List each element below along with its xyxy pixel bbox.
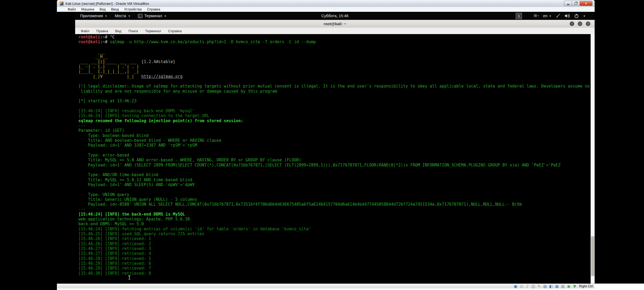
network-icon[interactable]: ◫ [531,284,536,288]
minimize-icon [567,4,569,5]
terminal-minimize-button[interactable]: − [570,21,574,26]
host-taskbar-edge [57,288,644,290]
panel-right-items: 1 en ▼ [516,12,586,20]
panel-item-терминал[interactable]: ›_Терминал▼ [136,12,169,20]
terminal-line: [15:46:26] [INFO] retrieved: 2 [78,241,590,246]
guest-screen: Приложения▼Места▼›_Терминал▼ Суббота, 15… [75,12,595,284]
terminal-line [78,79,590,84]
terminal-menubar: ФайлПравкаВидПоискТерминалСправка [75,28,595,34]
keyboard-layout-indicator[interactable]: en ▼ [543,14,551,18]
scrollbar-thumb[interactable] [591,236,594,276]
terminal-line: ___ ___[)]_____ ___ ___ {1.2.4#stable} [78,59,590,64]
terminal-line [78,168,590,172]
terminal-line [78,94,590,99]
kali-top-panel: Приложения▼Места▼›_Терминал▼ Суббота, 15… [75,12,595,20]
panel-item-места[interactable]: Места▼ [112,12,133,20]
terminal-line: __H__ [78,54,590,59]
vbox-menu-item-0[interactable]: Файл [65,8,79,11]
vbox-menu-item-4[interactable]: Устройства [122,8,144,11]
close-button[interactable]: x [580,1,592,6]
chevron-down-icon: ▼ [164,15,167,17]
vbox-menu-item-3[interactable]: Ввод [108,8,122,11]
terminal-line: Title: Generic UNION query (NULL) - 5 co… [78,197,590,202]
terminal-titlebar[interactable]: root@kali: ~ − □ × [75,20,595,28]
terminal-line: Title: MySQL >= 5.0.12 AND time-based bl… [78,177,590,182]
terminal-menu-item-4[interactable]: Терминал [141,29,164,33]
shared-folders-icon[interactable]: ▤ [543,284,547,288]
panel-item-приложения[interactable]: Приложения▼ [78,12,110,20]
terminal-line: Payload: id=1' AND (SELECT 2899 FROM(SEL… [78,163,590,168]
terminal-line: Type: AND/OR time-based blind [78,172,590,177]
video-capture-icon[interactable]: ▦ [555,284,559,288]
volume-icon[interactable] [565,14,570,18]
terminal-menu-item-5[interactable]: Справка [164,29,185,33]
workspace-indicator[interactable]: 1 [516,13,522,19]
chevron-down-icon: ▼ [128,15,130,17]
host-key-label: Right Ctrl [579,284,593,288]
statusbar-icons: ▣◎♪◫✎▤◧▦▥◉▼ [513,284,577,288]
restore-button[interactable] [572,1,580,6]
vbox-menu-item-5[interactable]: Справка [144,8,163,11]
terminal-line: [15:46:24] [INFO] the back-end DBMS is M… [78,212,590,217]
terminal-line: Payload: id=-8588' UNION ALL SELECT NULL… [78,202,590,207]
vbox-menu-item-1[interactable]: Машина [79,8,97,11]
terminal-window-controls: − □ × [570,21,590,26]
virtualbox-titlebar[interactable]: Kali Linux (чистая) [Работает] - Oracle … [57,0,595,7]
vbox-menu-item-2[interactable]: Вид [97,8,108,11]
terminal-output-area[interactable]: root@kali:~# ^Croot@kali:~# sqlmap -u ht… [75,34,595,284]
terminal-line: [15:46:30] [INFO] retrieved: 8 [78,271,590,276]
brush-icon[interactable] [556,14,560,18]
vm-window-title: Kali Linux (чистая) [Работает] - Oracle … [65,2,149,6]
screen-recorder-icon[interactable] [534,14,539,18]
pencil-icon[interactable]: ✎ [537,284,541,288]
host-background-strip [595,284,644,288]
terminal-line: Type: boolean-based blind [78,133,590,138]
minimize-button[interactable] [564,1,572,6]
terminal-line: [15:46:24] [INFO] fetching entries of co… [78,227,590,231]
terminal-maximize-button[interactable]: □ [578,21,582,26]
host-key-state-icon[interactable]: ▼ [572,284,577,288]
terminal-line [78,104,590,108]
display-icon[interactable]: ◧ [549,284,553,288]
chevron-down-icon: ▼ [105,15,107,17]
terminal-line: Payload: id=1' AND 3387=3387 AND 'rpSM'=… [78,143,590,148]
hard-disk-icon[interactable]: ▣ [513,284,518,288]
terminal-menu-item-3[interactable]: Поиск [125,29,141,33]
terminal-line: |___|_ [.]_|_|_|__,| _| [78,69,590,74]
system-menu-chevron-icon[interactable]: ▼ [583,15,586,17]
terminal-line: [*] starting at 15:46:23 [78,99,590,103]
usb-icon[interactable]: ▥ [561,284,565,288]
restore-icon [575,2,577,5]
clock[interactable]: Суббота, 15:46 [321,12,348,20]
close-icon: x [585,2,587,5]
terminal-title: root@kali: ~ [75,20,595,28]
terminal-line: Type: error-based [78,153,590,158]
terminal-line: [15:46:24] [INFO] resuming back-end DBMS… [78,108,590,113]
terminal-line: [15:46:25] [INFO] used SQL query returns… [78,231,590,236]
terminal-line: [15:46:24] [INFO] testing connection to … [78,113,590,118]
terminal-line: |_ -| . [.] | .'| . | [78,64,590,69]
terminal-line: root@kali:~# ^C [78,35,590,39]
terminal-scrollbar[interactable] [591,34,595,284]
vm-window-icon [59,1,64,6]
power-icon[interactable] [574,14,579,18]
terminal-line: [15:46:26] [INFO] retrieved: 1 [78,236,590,241]
terminal-line: Title: AND boolean-based blind - WHERE o… [78,138,590,143]
vm-display-area: Приложения▼Места▼›_Терминал▼ Суббота, 15… [57,12,595,284]
terminal-menu-item-2[interactable]: Вид [112,29,125,33]
virtualbox-window: Kali Linux (чистая) [Работает] - Oracle … [57,0,595,288]
terminal-menu-item-1[interactable]: Правка [93,29,112,33]
terminal-close-button[interactable]: × [586,21,590,26]
terminal-line: Type: UNION query [78,192,590,197]
terminal-line [78,187,590,192]
terminal-line: |_|V |_| http://sqlmap.org [78,74,590,79]
terminal-text: root@kali:~# ^Croot@kali:~# sqlmap -u ht… [78,35,590,284]
terminal-line: [15:46:27] [INFO] retrieved: 4 [78,251,590,256]
audio-icon[interactable]: ♪ [525,284,530,288]
optical-disk-icon[interactable]: ◎ [519,284,524,288]
terminal-line: ___ [78,49,590,54]
panel-item-label: Терминал [144,14,162,18]
terminal-menu-item-0[interactable]: Файл [77,29,93,33]
keyboard-layout-label: en [543,14,547,18]
mouse-integration-icon[interactable]: ◉ [566,284,571,288]
